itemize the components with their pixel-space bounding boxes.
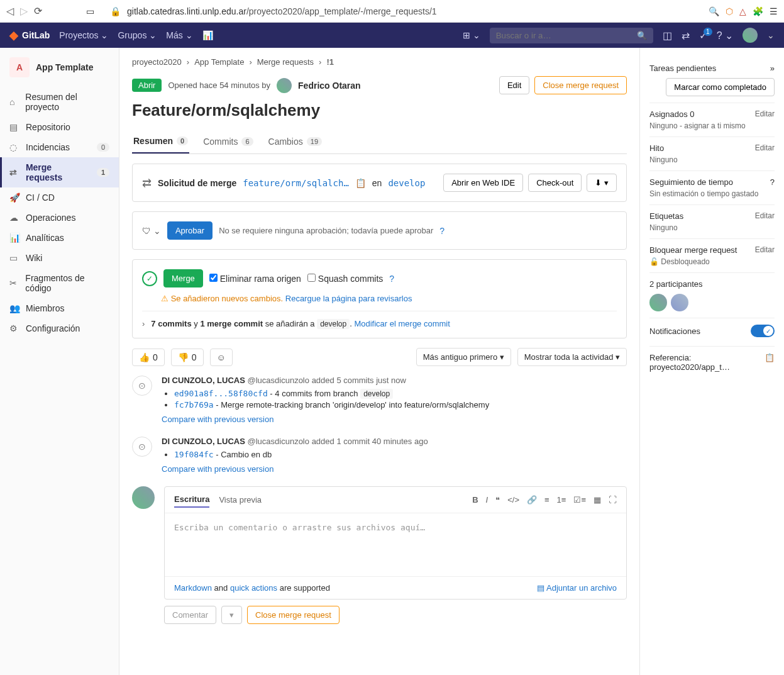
help-icon[interactable]: ?	[439, 226, 444, 236]
sidebar-item-issues[interactable]: ◌Incidencias0	[0, 137, 119, 157]
ol-icon[interactable]: 1≡	[557, 495, 566, 505]
back-icon[interactable]: ◁	[6, 5, 14, 17]
url-bar[interactable]: gitlab.catedras.linti.unlp.edu.ar/proyec…	[127, 6, 437, 16]
edit-milestone[interactable]: Editar	[755, 143, 775, 153]
comment-dropdown[interactable]: ▾	[221, 606, 242, 624]
activity-icon[interactable]: 📊	[202, 30, 213, 40]
timeline-author[interactable]: DI CUNZOLO, LUCAS	[162, 376, 245, 385]
sidebar-item-wiki[interactable]: ▭Wiki	[0, 248, 119, 268]
comment-button[interactable]: Comentar	[164, 606, 216, 624]
tab-preview[interactable]: Vista previa	[219, 493, 262, 507]
help-icon[interactable]: ? ⌄	[717, 30, 733, 42]
plus-icon[interactable]: ⊞ ⌄	[463, 30, 480, 40]
help-icon[interactable]: ?	[770, 177, 775, 187]
quote-icon[interactable]: ❝	[495, 495, 500, 505]
nav-mas[interactable]: Más ⌄	[166, 30, 192, 40]
emoji-button[interactable]: ☺	[210, 349, 233, 366]
sidebar-item-settings[interactable]: ⚙Configuración	[0, 318, 119, 338]
squash-checkbox[interactable]: Squash commits	[307, 274, 383, 284]
checkout-button[interactable]: Check-out	[528, 174, 582, 192]
link-icon[interactable]: 🔗	[527, 495, 537, 505]
triangle-icon[interactable]: △	[739, 6, 746, 16]
merge-button[interactable]: Merge	[163, 269, 203, 287]
close-mr-button-2[interactable]: Close merge request	[247, 606, 340, 624]
compare-link[interactable]: Compare with previous version	[162, 464, 627, 474]
close-mr-button[interactable]: Close merge request	[534, 76, 627, 94]
sidebar-item-overview[interactable]: ⌂Resumen del proyecto	[0, 87, 119, 117]
commit-sha[interactable]: 19f084fc	[174, 450, 214, 459]
tab-write[interactable]: Escritura	[174, 492, 209, 508]
target-branch[interactable]: develop	[388, 178, 425, 188]
nav-proyectos[interactable]: Proyectos ⌄	[59, 30, 108, 40]
user-avatar[interactable]	[743, 28, 758, 43]
thumbs-up-button[interactable]: 👍 0	[132, 349, 165, 366]
commit-sha[interactable]: fc7b769a	[174, 400, 214, 410]
mark-done-button[interactable]: Marcar como completado	[666, 78, 775, 96]
brand-label[interactable]: GitLab	[22, 30, 50, 40]
menu-icon[interactable]: ☰	[770, 6, 778, 16]
edit-labels[interactable]: Editar	[755, 211, 775, 221]
notifications-toggle[interactable]	[751, 325, 775, 337]
author-avatar[interactable]	[277, 78, 292, 93]
code-icon[interactable]: </>	[507, 495, 519, 505]
source-branch[interactable]: feature/orm/sqlalch…	[243, 178, 349, 188]
sidebar-item-snippets[interactable]: ✂Fragmentos de código	[0, 268, 119, 298]
forward-icon[interactable]: ▷	[20, 5, 28, 17]
project-name[interactable]: App Template	[36, 62, 94, 72]
reload-icon[interactable]: ⟳	[34, 5, 42, 17]
tab-commits[interactable]: Commits6	[202, 130, 254, 153]
webide-button[interactable]: Abrir en Web IDE	[443, 174, 523, 192]
help-icon[interactable]: ?	[389, 274, 394, 284]
chevron-right-icon[interactable]: ›	[142, 319, 145, 328]
bookmark-icon[interactable]: ▭	[86, 6, 94, 16]
approve-button[interactable]: Aprobar	[167, 221, 213, 240]
delete-source-checkbox[interactable]: Eliminar rama origen	[209, 274, 301, 284]
copy-reference-icon[interactable]: 📋	[765, 353, 775, 372]
participant-avatar[interactable]	[649, 294, 667, 311]
crumb-mrs[interactable]: Merge requests	[257, 57, 314, 67]
participant-avatar[interactable]	[671, 294, 688, 311]
bold-icon[interactable]: B	[472, 495, 478, 505]
sidebar-item-members[interactable]: 👥Miembros	[0, 298, 119, 318]
author-name[interactable]: Fedrico Otaran	[298, 81, 361, 91]
issues-icon[interactable]: ◫	[663, 30, 672, 42]
assign-self-link[interactable]: Ninguno - asignar a ti mismo	[649, 121, 775, 130]
collapse-icon[interactable]: »	[770, 64, 775, 73]
ul-icon[interactable]: ≡	[544, 495, 549, 505]
activity-dropdown[interactable]: Mostrar toda la actividad ▾	[517, 348, 627, 366]
edit-assignees[interactable]: Editar	[755, 109, 775, 119]
modify-commit-link[interactable]: Modificar el merge commit	[354, 319, 450, 328]
task-icon[interactable]: ☑≡	[573, 495, 586, 505]
todos-icon[interactable]: ✓1	[699, 30, 707, 42]
thumbs-down-button[interactable]: 👎 0	[171, 349, 204, 366]
sidebar-item-analytics[interactable]: 📊Analíticas	[0, 228, 119, 248]
compare-link[interactable]: Compare with previous version	[162, 415, 627, 424]
tab-cambios[interactable]: Cambios19	[267, 130, 324, 153]
download-button[interactable]: ⬇ ▾	[587, 174, 617, 192]
sidebar-item-repository[interactable]: ▤Repositorio	[0, 117, 119, 137]
timeline-author[interactable]: DI CUNZOLO, LUCAS	[162, 437, 245, 446]
fullscreen-icon[interactable]: ⛶	[609, 495, 617, 505]
table-icon[interactable]: ▦	[594, 495, 601, 505]
mr-icon[interactable]: ⇄	[682, 30, 690, 42]
crumb-app[interactable]: App Template	[194, 57, 244, 67]
shield-icon[interactable]: ⬡	[726, 6, 733, 16]
sidebar-item-operations[interactable]: ☁Operaciones	[0, 208, 119, 228]
reload-link[interactable]: Recargue la página para revisarlos	[285, 294, 412, 303]
extensions-icon[interactable]: 🧩	[753, 6, 763, 16]
tab-resumen[interactable]: Resumen0	[132, 130, 189, 153]
sort-dropdown[interactable]: Más antiguo primero ▾	[416, 348, 511, 366]
edit-button[interactable]: Edit	[499, 76, 529, 94]
clipboard-icon[interactable]: 📋	[355, 178, 366, 188]
zoom-icon[interactable]: 🔍	[709, 6, 719, 16]
nav-grupos[interactable]: Grupos ⌄	[118, 30, 157, 40]
attach-file-link[interactable]: ▤ Adjuntar un archivo	[537, 583, 617, 593]
comment-textarea[interactable]: Escriba un comentario o arrastre sus arc…	[165, 513, 626, 576]
search-input[interactable]: 🔍	[490, 28, 653, 43]
sidebar-item-cicd[interactable]: 🚀CI / CD	[0, 187, 119, 208]
edit-lock[interactable]: Editar	[755, 245, 775, 255]
sidebar-item-merge-requests[interactable]: ⇄Merge requests1	[0, 157, 119, 187]
crumb-project[interactable]: proyecto2020	[132, 57, 182, 67]
commit-sha[interactable]: ed901a8f...58f80cfd	[174, 389, 268, 398]
italic-icon[interactable]: I	[486, 495, 489, 505]
